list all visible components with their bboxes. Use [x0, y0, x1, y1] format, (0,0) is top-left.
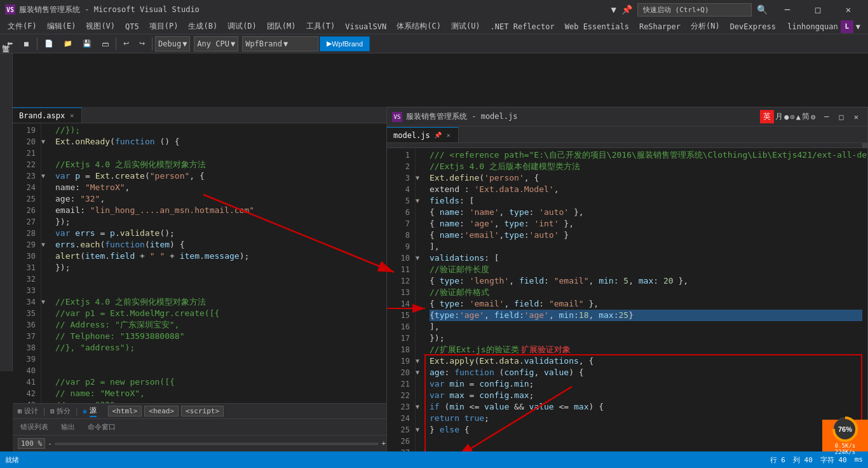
tag-head[interactable]: <head>	[144, 406, 179, 416]
view-split[interactable]: ⊡ 拆分	[50, 406, 71, 416]
title-controls[interactable]: ─ □ ✕	[773, 0, 863, 19]
split-label: 拆分	[57, 406, 71, 416]
menu-edit[interactable]: 编辑(E)	[42, 19, 81, 34]
menu-team[interactable]: 团队(M)	[262, 19, 301, 34]
code-line-15: {type:'age', field:'age', min:18, max:25…	[430, 310, 862, 321]
sidebar-icon-1[interactable]: 工具箱	[1, 56, 11, 61]
right-panel: VS 服装销售管理系统 - model.js 英 月 ● ⊙ ▲ 简 ⚙ ─ □…	[386, 107, 868, 468]
right-panel-minimize[interactable]: ─	[820, 113, 832, 121]
close-button[interactable]: ✕	[834, 0, 863, 19]
left-zoom-bar: 100 % - +	[13, 435, 391, 451]
ime-btn-1[interactable]: 英	[760, 110, 774, 123]
tab-brand-aspx[interactable]: Brand.aspx ✕	[13, 107, 82, 123]
menu-file[interactable]: 文件(F)	[3, 19, 42, 34]
menu-architecture[interactable]: 体系结构(C)	[391, 19, 446, 34]
menu-tools[interactable]: 工具(T)	[301, 19, 341, 34]
save-button[interactable]: 💾	[78, 36, 96, 52]
ime-btn-2[interactable]: 月	[775, 111, 783, 122]
user-dropdown-icon[interactable]: ▼	[856, 22, 860, 31]
left-zoom-slider[interactable]	[55, 443, 379, 445]
ime-btn-7[interactable]: ⚙	[811, 113, 815, 121]
app-icon: VS	[5, 4, 15, 15]
new-file-button[interactable]: 📄	[40, 36, 58, 52]
bottom-tab-errors[interactable]: 错误列表	[15, 420, 53, 434]
left-zoom-level[interactable]: 100 %	[18, 438, 45, 449]
right-panel-maximize[interactable]: □	[836, 113, 848, 121]
stop-button[interactable]: ⏹	[18, 36, 34, 52]
right-tab-pin[interactable]: 📌	[434, 132, 442, 139]
left-tab-bar: Brand.aspx ✕	[13, 107, 403, 123]
right-expand-indicators: ▼ ▼ ▼ ▼ ▼ ▼ ▼	[416, 148, 424, 468]
bottom-tab-output[interactable]: 输出	[56, 420, 80, 434]
view-source[interactable]: ◉ 源	[83, 406, 97, 417]
status-bar: 就绪 行 6 列 40 字符 40 ms	[0, 451, 868, 468]
status-left: 就绪	[5, 455, 19, 465]
left-zoom-minus[interactable]: -	[48, 439, 52, 448]
right-hscroll-top[interactable]	[387, 143, 867, 148]
ime-btn-4[interactable]: ⊙	[790, 113, 795, 121]
menu-net-reflector[interactable]: .NET Reflector	[485, 19, 560, 34]
separator-3	[152, 38, 153, 50]
redo-button[interactable]: ↪	[135, 36, 149, 52]
bottom-tab-command[interactable]: 命令窗口	[83, 420, 121, 434]
menu-debug[interactable]: 调试(D)	[222, 19, 262, 34]
scroll-corner	[862, 143, 867, 148]
menu-qt5[interactable]: QT5	[120, 19, 144, 34]
menu-visualsvn[interactable]: VisualSVN	[340, 19, 391, 34]
download-speed: 224K/s	[835, 449, 856, 455]
source-label: 源	[90, 406, 97, 417]
filter-icon[interactable]: ▼	[611, 4, 616, 15]
tag-script[interactable]: <script>	[181, 406, 224, 416]
platform-dropdown[interactable]: Any CPU ▼	[194, 36, 238, 52]
right-panel-controls: ─ □ ✕	[820, 113, 862, 121]
undo-button[interactable]: ↩	[119, 36, 133, 52]
tab-close-brand[interactable]: ✕	[69, 112, 75, 119]
right-panel-close[interactable]: ✕	[850, 113, 862, 121]
title-bar: VS 服装销售管理系统 - Microsoft Visual Studio ▼ …	[0, 0, 868, 19]
menu-build[interactable]: 生成(B)	[183, 19, 222, 34]
right-panel-title: 服装销售管理系统 - model.js	[406, 111, 760, 122]
right-tab-bar: model.js 📌 ✕	[387, 127, 867, 143]
run-button[interactable]: ▶ WpfBrand	[320, 36, 370, 52]
split-icon: ⊡	[50, 408, 54, 415]
open-file-button[interactable]: 📁	[59, 36, 77, 52]
tab-model-js[interactable]: model.js 📌 ✕	[387, 127, 459, 142]
minimize-button[interactable]: ─	[773, 0, 802, 19]
ime-btn-6[interactable]: 简	[802, 111, 810, 122]
right-code-lines[interactable]: /// <reference path="E:\自己开发的项目\2016\服装销…	[424, 148, 867, 468]
status-ms: ms	[855, 455, 863, 465]
quick-launch-input[interactable]: 快速启动 (Ctrl+Q)	[637, 3, 752, 17]
menu-view[interactable]: 视图(V)	[81, 19, 120, 34]
tab-close-model[interactable]: ✕	[445, 132, 452, 139]
menu-resharper[interactable]: ReSharper	[634, 19, 686, 34]
left-sidebar: 工具箱	[0, 53, 13, 371]
tag-bar: <html> <head> <script>	[108, 406, 224, 416]
maximize-button[interactable]: □	[803, 0, 832, 19]
code-line-18: //扩展Ext.js的验证类 扩展验证对象	[430, 344, 862, 355]
net-speed-indicator: 76% 0.5K/s 224K/s	[822, 420, 868, 451]
menu-test[interactable]: 测试(U)	[446, 19, 485, 34]
menu-project[interactable]: 项目(P)	[144, 19, 184, 34]
title-text: 服装销售管理系统 - Microsoft Visual Studio	[19, 4, 200, 15]
save-all-button[interactable]: 🗃	[97, 36, 113, 52]
ime-btn-3[interactable]: ●	[784, 113, 789, 121]
left-zoom-plus[interactable]: +	[381, 439, 386, 448]
menu-web-essentials[interactable]: Web Essentials	[560, 19, 634, 34]
ime-btn-5[interactable]: ▲	[796, 113, 801, 121]
pin-icon[interactable]: 📌	[621, 4, 632, 15]
right-line-numbers: 12345 678910 1112131415 1617181920 21222…	[387, 148, 416, 468]
right-code-editor[interactable]: 12345 678910 1112131415 1617181920 21222…	[387, 148, 867, 468]
view-design[interactable]: ⊞ 设计	[18, 406, 38, 416]
right-panel-titlebar: VS 服装销售管理系统 - model.js 英 月 ● ⊙ ▲ 简 ⚙ ─ □…	[387, 107, 867, 127]
separator-2	[116, 38, 116, 50]
project-dropdown[interactable]: WpfBrand ▼	[242, 36, 318, 52]
project-dropdown-icon: ▼	[283, 39, 288, 48]
debug-mode-dropdown[interactable]: Debug ▼	[155, 36, 190, 52]
menu-analyze[interactable]: 分析(N)	[686, 19, 725, 34]
user-area: linhongquan L ▼	[787, 20, 865, 33]
debug-dropdown-icon: ▼	[182, 39, 187, 48]
tag-html[interactable]: <html>	[108, 406, 142, 416]
back-button[interactable]: ⬅	[3, 36, 17, 52]
menu-devexpress[interactable]: DevExpress	[725, 19, 781, 34]
search-icon[interactable]: 🔍	[757, 4, 768, 15]
